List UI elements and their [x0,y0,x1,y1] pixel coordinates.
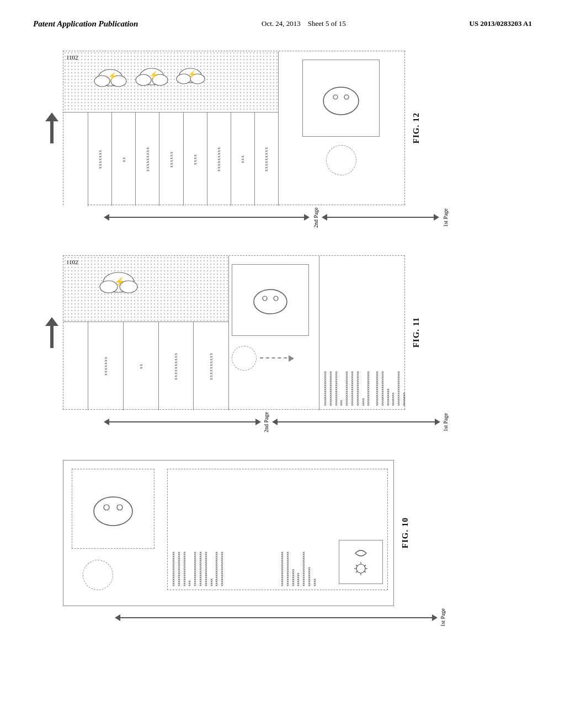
fig12-dashed-circle [326,145,356,175]
vbar-7: xxx [231,113,255,206]
fig10-right-section: xxxxxxxxxxxxxxxxxxxxxxxxxxxxxxxxxxxxxxxx… [167,469,388,590]
svg-text:⚡: ⚡ [114,276,125,287]
fig11-dashed-circle [232,346,257,371]
fig12-vbars: xxxxxxx xx xxxxxxxxx xxxxxx xxxx xxxxxxx… [63,112,279,206]
header-date: Oct. 24, 2013 [262,19,301,28]
figure-10-block: xxxxxxxxxxxxxxxxxxxxxxxxxxxxxxxxxxxxxxxx… [33,460,532,627]
fig10-face-box [72,469,154,549]
arrow-right-2nd [304,214,310,221]
figure-10-row: xxxxxxxxxxxxxxxxxxxxxxxxxxxxxxxxxxxxxxxx… [45,460,520,606]
fig11-vbar-1: xxxxxxx [88,322,124,410]
label-1st-page-fig11: 1st Page [443,413,449,432]
fig10-1st-arrow: 1st Page [115,608,446,627]
fig12-page-arrows: 2nd Page 1st Page [104,207,479,228]
fig12-diagram: 1102 ⚡ [63,51,405,205]
fig12-face-box [302,60,380,137]
svg-point-22 [94,497,132,526]
main-content: 1102 ⚡ [33,51,532,633]
fig11-page-arrows: 2nd Page 1st Page [104,412,479,432]
fig12-2nd-arrow: 2nd Page [104,207,319,228]
svg-point-24 [117,505,122,510]
vbar-6: xxxxxxxxx [207,113,231,206]
vbar-8: xxxxxxxxx [255,113,279,206]
label-2nd-page-fig11: 2nd Page [263,412,269,432]
fig10-left-section [72,469,160,590]
fig10-diagram: xxxxxxxxxxxxxxxxxxxxxxxxxxxxxxxxxxxxxxxx… [63,460,394,606]
up-arrow-body [50,121,54,143]
up-arrow-fig12 [45,113,58,143]
fig11-arrow-circle [232,346,320,371]
arrow-line-2nd [109,217,304,218]
figure-11-row: 1102 ⚡ [45,255,520,410]
face-icon-fig11 [248,281,292,319]
vbar-5: xxxx [184,113,207,206]
svg-point-14 [344,95,349,99]
label-2nd-page-fig12: 2nd Page [313,207,319,228]
arrow-left-2nd [104,214,109,221]
fig11-2nd-arrow: 2nd Page [104,412,269,432]
fig11-vbars: xxxxxxx xx xxxxxxxxxx xxxxxxxxxx [63,322,229,410]
fig11-text-cols: xxxxxxxxxxxxxxxxxxxxxxxxxxxxxxxxxxxxxxxx… [319,256,404,410]
arrow-right-1st [434,214,439,221]
vbar-4: xxxxxx [159,113,183,206]
fig10-text-col1: xxxxxxxxxxxxxxxxxxxxxxxxxxxxxxxxxxxxxxxx… [171,473,275,586]
fig11-face-box [232,264,309,336]
fig12-stipple: ⚡ ⚡ ⚡ [63,51,279,112]
fig11-text-col2: xxxxxxxxxxxxxxxxxxxxxxxxxxxxxxxxxxxxxxxx… [375,260,407,406]
arrow-line-1st [327,217,434,218]
fig11-left: ⚡ xxxxxxx xx xxxxxxxxxx xxxxxxxxxx [63,256,229,410]
face-icon-fig10 [88,488,138,529]
fig11-stipple: ⚡ [63,256,229,322]
fig11-diagram: 1102 ⚡ [63,255,405,410]
up-arrow-body-11 [50,326,54,348]
vbar-2: xx [112,113,136,206]
fig10-dashed-circle [83,560,113,590]
fig11-cloud-svg: ⚡ [97,261,152,306]
moon-icon [353,548,369,559]
sun-icon [352,561,370,576]
svg-point-12 [323,87,359,115]
svg-text:⚡: ⚡ [188,69,197,79]
fig11-vbar-3: xxxxxxxxxx [159,322,194,410]
label-1st-page-fig10: 1st Page [440,608,446,627]
fig10-page-arrows: 1st Page [115,608,468,627]
up-arrow-fig11 [45,317,58,348]
fig11-label: FIG. 11 [412,317,421,347]
fig11-1st-arrow: 1st Page [272,413,449,432]
svg-point-19 [254,290,287,314]
label-1st-page-fig12: 1st Page [443,208,449,227]
svg-point-20 [263,296,267,301]
fig11-spacer [63,322,88,410]
vbar-3: xxxxxxxxx [136,113,159,206]
fig10-icon-box [339,540,383,584]
header-sheet: Sheet 5 of 15 [308,19,346,28]
vbar-1: xxxxxxx [88,113,112,206]
fig12-right [278,51,404,206]
fig11-middle [232,264,320,371]
up-arrow-head-11 [45,317,58,326]
figure-11-block: 1102 ⚡ [33,255,532,432]
up-arrow-head [45,113,58,121]
fig11-dashed-arrow-head [289,355,294,362]
header-patent-number: US 2013/0283203 A1 [470,19,532,28]
svg-point-13 [333,95,338,99]
vbar-spacer [63,113,88,206]
fig12-left: ⚡ ⚡ ⚡ [63,51,279,206]
fig11-vbar-2: xx [124,322,159,410]
svg-text:⚡: ⚡ [108,72,118,81]
svg-point-21 [274,296,278,301]
page-header: Patent Application Publication Oct. 24, … [33,11,532,34]
figure-12-block: 1102 ⚡ [33,51,532,228]
fig11-vbar-4: xxxxxxxxxx [194,322,229,410]
fig11-text-col1: xxxxxxxxxxxxxxxxxxxxxxxxxxxxxxxxxxxxxxxx… [323,260,371,406]
header-publication-type: Patent Application Publication [33,19,138,29]
clouds-svg: ⚡ ⚡ ⚡ [91,56,218,100]
figure-12-row: 1102 ⚡ [45,51,520,205]
fig11-dashed-arrow-line [260,357,293,358]
fig12-1st-arrow: 1st Page [322,208,449,227]
arrow-left-1st [322,214,327,221]
svg-point-25 [356,564,365,573]
fig12-label: FIG. 12 [412,113,421,143]
face-icon-fig12 [319,76,363,120]
svg-text:⚡: ⚡ [149,71,159,80]
